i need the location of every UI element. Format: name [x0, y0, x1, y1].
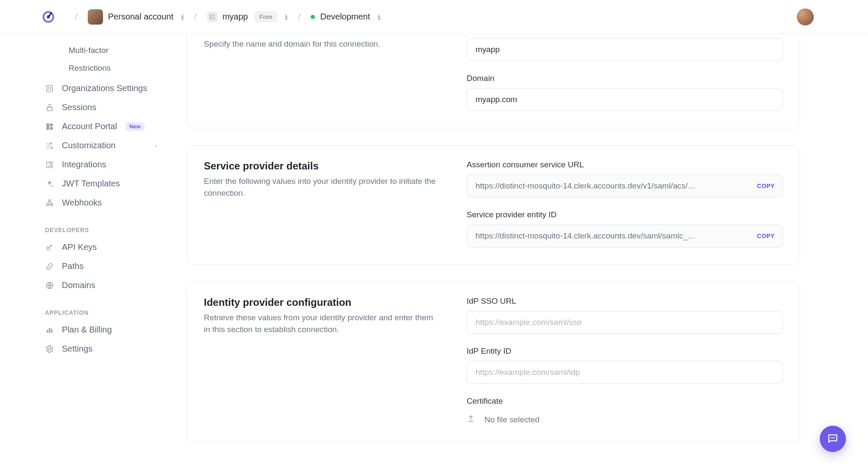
sidebar-item-label: JWT Templates	[62, 179, 120, 188]
card-service-provider: Service provider details Enter the follo…	[186, 145, 800, 265]
sidebar-item-label: Plan & Billing	[62, 325, 112, 335]
support-chat-button[interactable]	[820, 426, 846, 452]
upload-icon	[467, 414, 475, 425]
certificate-label: Certificate	[467, 396, 783, 406]
layout-icon	[45, 122, 54, 131]
name-input[interactable]	[467, 38, 783, 61]
main-content: Specify the name and domain for this con…	[170, 34, 868, 474]
sp-entity-id-label: Service provider entity ID	[467, 210, 783, 219]
breadcrumb-separator: /	[67, 11, 85, 23]
sidebar-subitem-restrictions[interactable]: Restrictions	[67, 59, 159, 77]
idp-entity-id-input[interactable]	[467, 361, 783, 384]
user-menu-avatar[interactable]	[797, 8, 814, 25]
svg-rect-4	[213, 17, 215, 19]
idp-sso-url-label: IdP SSO URL	[467, 297, 783, 306]
brand-logo[interactable]	[42, 11, 54, 23]
sidebar-item-paths[interactable]: Paths	[42, 257, 159, 276]
puzzle-icon	[45, 160, 54, 169]
sidebar-subitem-multifactor[interactable]: Multi-factor	[67, 42, 159, 59]
link-icon	[45, 262, 54, 271]
sidebar-item-integrations[interactable]: Integrations	[42, 155, 159, 174]
breadcrumb-env-switcher[interactable]: Development ▴▾	[308, 9, 383, 24]
certificate-upload[interactable]: No file selected	[467, 411, 783, 425]
copy-entity-button[interactable]: COPY	[755, 230, 776, 242]
lock-icon	[45, 103, 54, 112]
svg-rect-9	[50, 89, 51, 90]
breadcrumb-env-label: Development	[320, 12, 370, 22]
chat-icon	[827, 433, 839, 445]
svg-rect-13	[50, 127, 53, 130]
card-title: Identity provider configuration	[204, 297, 441, 308]
new-badge: New	[125, 122, 145, 131]
svg-rect-2	[210, 14, 212, 19]
readonly-text: https://distinct-mosquito-14.clerk.accou…	[476, 181, 750, 191]
sidebar-item-settings[interactable]: Settings	[42, 339, 159, 358]
sidebar-item-account-portal[interactable]: Account Portal New	[42, 117, 159, 136]
sidebar-item-sessions[interactable]: Sessions	[42, 98, 159, 117]
card-description: Enter the following values into your ide…	[204, 175, 441, 199]
sidebar-item-plan-billing[interactable]: Plan & Billing	[42, 320, 159, 339]
breadcrumb-separator: /	[290, 11, 309, 23]
sidebar-section-application: APPLICATION	[45, 309, 159, 316]
breadcrumb-app-switcher[interactable]: myapp Free ▴▾	[205, 9, 290, 25]
sidebar-section-developers: DEVELOPERS	[45, 227, 159, 233]
acs-url-value: https://distinct-mosquito-14.clerk.accou…	[467, 175, 783, 197]
svg-point-26	[832, 437, 834, 438]
palette-icon	[45, 141, 54, 150]
sidebar-item-label: Sessions	[62, 103, 96, 112]
sidebar: Multi-factor Restrictions Organizations …	[0, 34, 170, 474]
breadcrumb-account-label: Personal account	[108, 12, 174, 22]
sidebar-item-label: Paths	[62, 261, 83, 271]
domain-label: Domain	[467, 74, 783, 83]
topbar: / Personal account ▴▾ / myapp Free ▴▾ / …	[0, 0, 868, 34]
svg-rect-21	[47, 330, 48, 333]
avatar	[88, 9, 103, 25]
svg-point-16	[47, 203, 49, 205]
sidebar-item-api-keys[interactable]: API Keys	[42, 238, 159, 257]
card-description: Retrieve these values from your identity…	[204, 312, 441, 335]
svg-rect-8	[48, 89, 50, 90]
status-dot-icon	[311, 15, 315, 19]
svg-point-15	[51, 147, 52, 148]
svg-point-25	[831, 437, 832, 438]
sidebar-item-customization[interactable]: Customization ›	[42, 136, 159, 155]
chart-icon	[45, 325, 54, 335]
idp-sso-url-input[interactable]	[467, 311, 783, 334]
chevron-updown-icon: ▴▾	[181, 14, 184, 20]
svg-rect-5	[47, 85, 52, 91]
sidebar-item-jwt-templates[interactable]: JWT Templates	[42, 174, 159, 193]
webhook-icon	[45, 198, 54, 208]
svg-rect-12	[50, 123, 53, 126]
sidebar-item-label: Settings	[62, 344, 92, 354]
sidebar-item-organizations[interactable]: Organizations Settings	[42, 79, 159, 98]
sidebar-item-domains[interactable]: Domains	[42, 276, 159, 295]
sidebar-item-label: Domains	[62, 280, 95, 290]
svg-rect-11	[47, 123, 50, 130]
plan-badge: Free	[255, 11, 277, 22]
card-title: Service provider details	[204, 160, 441, 172]
sp-entity-id-value: https://distinct-mosquito-14.clerk.accou…	[467, 225, 783, 247]
sparkle-icon	[45, 179, 54, 188]
svg-point-19	[47, 247, 50, 250]
key-icon	[45, 243, 54, 252]
certificate-empty-text: No file selected	[484, 415, 540, 424]
sidebar-item-label: Customization	[62, 141, 116, 150]
card-identity-provider: Identity provider configuration Retrieve…	[186, 282, 800, 442]
svg-point-14	[50, 143, 52, 144]
sidebar-item-label: Account Portal	[62, 122, 117, 131]
copy-acs-button[interactable]: COPY	[755, 180, 776, 192]
sidebar-item-label: Organizations Settings	[62, 83, 147, 93]
building-icon	[45, 84, 54, 93]
idp-entity-id-label: IdP Entity ID	[467, 346, 783, 356]
svg-rect-6	[48, 86, 50, 88]
sidebar-item-webhooks[interactable]: Webhooks	[42, 193, 159, 212]
svg-rect-10	[47, 107, 52, 111]
chevron-updown-icon: ▴▾	[378, 14, 381, 20]
svg-rect-7	[50, 86, 51, 88]
globe-icon	[45, 281, 54, 290]
readonly-text: https://distinct-mosquito-14.clerk.accou…	[476, 231, 750, 241]
sidebar-item-label: Webhooks	[62, 198, 102, 208]
breadcrumb-account-switcher[interactable]: Personal account ▴▾	[85, 7, 187, 27]
gear-icon	[45, 344, 54, 354]
domain-input[interactable]	[467, 88, 783, 111]
